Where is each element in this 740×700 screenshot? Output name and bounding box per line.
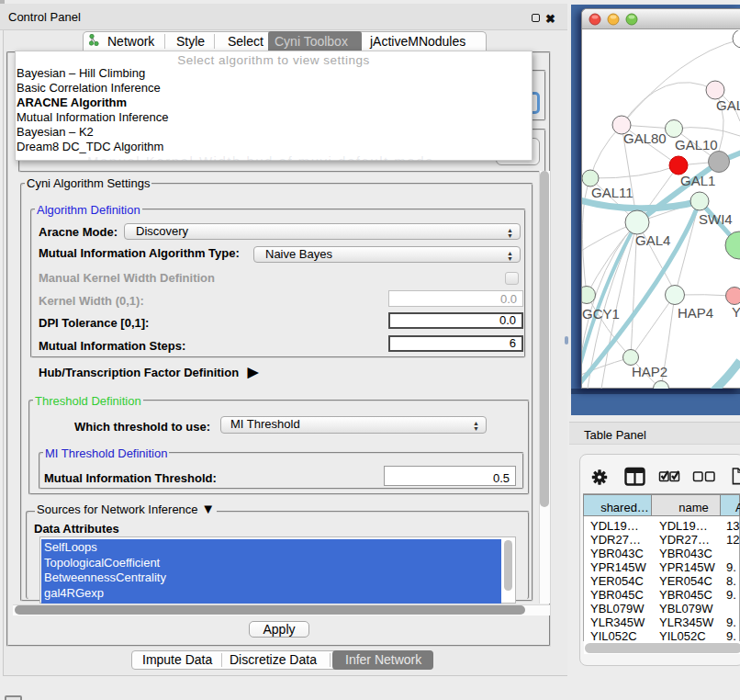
svg-text:GAL11: GAL11 bbox=[591, 185, 633, 200]
svg-text:GAL80: GAL80 bbox=[623, 130, 667, 146]
svg-text:GAL7: GAL7 bbox=[716, 97, 740, 113]
svg-text:YJ: YJ bbox=[732, 304, 740, 320]
svg-text:SWI4: SWI4 bbox=[699, 211, 733, 227]
svg-text:GAL10: GAL10 bbox=[675, 137, 718, 152]
svg-text:HAP4: HAP4 bbox=[678, 305, 713, 321]
svg-text:GCY1: GCY1 bbox=[582, 306, 620, 322]
svg-text:HAP2: HAP2 bbox=[632, 364, 667, 379]
svg-text:GAL1: GAL1 bbox=[680, 173, 715, 188]
svg-text:GAL4: GAL4 bbox=[635, 232, 670, 248]
